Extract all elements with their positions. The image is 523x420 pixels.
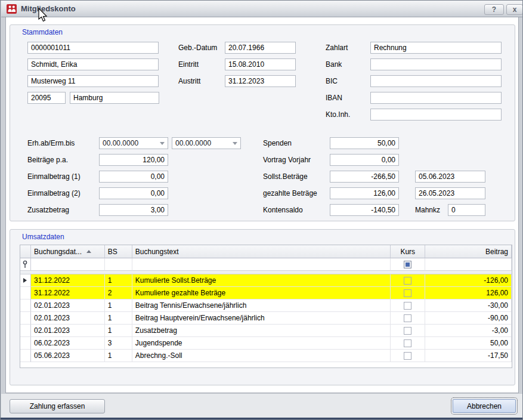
- chevron-down-icon[interactable]: [233, 142, 237, 145]
- cell-beitrag[interactable]: -90,00: [425, 312, 512, 325]
- column-header-bs[interactable]: BS: [105, 245, 132, 258]
- gezahlt-datum-field[interactable]: 26.05.2023: [415, 187, 485, 199]
- filter-text-cell[interactable]: [132, 258, 391, 271]
- cell-bs[interactable]: 1: [105, 299, 132, 312]
- cell-beitrag[interactable]: 126,00: [425, 287, 512, 299]
- kurs-checkbox[interactable]: [404, 352, 411, 360]
- cell-kurs[interactable]: [391, 312, 425, 325]
- mahnkz-field[interactable]: 0: [448, 204, 485, 216]
- zip-field[interactable]: 20095: [27, 92, 66, 104]
- cell-bs[interactable]: 1: [105, 325, 132, 337]
- cell-date[interactable]: 05.06.2023: [31, 350, 105, 362]
- zusatzbetrag-field[interactable]: 3,00: [99, 204, 168, 216]
- cell-kurs[interactable]: [391, 325, 425, 337]
- column-header-buchungsdatum[interactable]: Buchungsdat...: [31, 245, 105, 258]
- cell-kurs[interactable]: [391, 287, 425, 299]
- filter-beitrag-cell[interactable]: [425, 258, 512, 271]
- cell-text[interactable]: Beitrag Tennis/Erwachsene/jährlich: [132, 299, 391, 312]
- abbrechen-button[interactable]: Abbrechen: [453, 399, 516, 413]
- filter-date-cell[interactable]: [31, 258, 105, 271]
- stammdaten-title: Stammdaten: [22, 28, 63, 36]
- kontensaldo-field[interactable]: -140,50: [330, 204, 399, 216]
- cell-text[interactable]: Zusatzbetrag: [132, 325, 391, 337]
- bic-field[interactable]: [370, 75, 502, 87]
- gezahlte-betraege-field[interactable]: 126,00: [330, 187, 399, 199]
- table-row[interactable]: 02.01.2023 1 Zusatzbetrag -3,00: [20, 325, 512, 337]
- austritt-field[interactable]: 31.12.2023: [225, 75, 296, 87]
- row-indicator: [20, 299, 31, 312]
- close-button[interactable]: x: [506, 4, 523, 15]
- column-header-buchungstext[interactable]: Buchungstext: [132, 245, 391, 258]
- cell-date[interactable]: 02.01.2023: [31, 312, 105, 325]
- cell-date[interactable]: 06.02.2023: [31, 337, 105, 350]
- kurs-checkbox[interactable]: [404, 289, 411, 297]
- city-field[interactable]: Hamburg: [70, 92, 159, 104]
- bank-field[interactable]: [370, 58, 502, 70]
- iban-field[interactable]: [370, 92, 502, 104]
- cell-bs[interactable]: 1: [105, 350, 132, 362]
- cell-bs[interactable]: 1: [105, 274, 132, 287]
- erh-ab-dropdown[interactable]: 00.00.0000: [99, 137, 168, 149]
- table-row[interactable]: 31.12.2022 2 Kumulierte gezahlte Beträge…: [20, 287, 512, 299]
- cell-kurs[interactable]: [391, 350, 425, 362]
- erm-bis-dropdown[interactable]: 00.00.0000: [172, 137, 241, 149]
- einmalbetrag2-label: Einmalbetrag (2): [27, 189, 81, 197]
- kto-inh-field[interactable]: [370, 109, 502, 121]
- vortrag-vorjahr-field[interactable]: 0,00: [330, 154, 399, 166]
- cell-date[interactable]: 02.01.2023: [31, 299, 105, 312]
- kurs-checkbox[interactable]: [404, 339, 411, 347]
- kurs-checkbox[interactable]: [404, 302, 411, 310]
- cell-bs[interactable]: 2: [105, 287, 132, 299]
- cell-kurs[interactable]: [391, 299, 425, 312]
- table-row[interactable]: 06.02.2023 3 Jugendspende 50,00: [20, 337, 512, 350]
- beitraege-pa-field[interactable]: 120,00: [99, 154, 168, 166]
- spenden-field[interactable]: 50,00: [330, 137, 399, 149]
- column-header-kurs[interactable]: Kurs: [391, 245, 425, 258]
- einmalbetrag2-field[interactable]: 0,00: [99, 187, 168, 199]
- cell-bs[interactable]: 1: [105, 312, 132, 325]
- zahlart-field[interactable]: Rechnung: [370, 42, 502, 54]
- filter-checkbox[interactable]: [404, 261, 411, 268]
- cell-beitrag[interactable]: -17,50: [425, 350, 512, 362]
- cell-text[interactable]: Kumulierte gezahlte Beträge: [132, 287, 391, 299]
- eintritt-field[interactable]: 15.08.2010: [225, 58, 296, 70]
- member-id-field[interactable]: 0000001011: [27, 42, 159, 54]
- table-row[interactable]: 02.01.2023 1 Beitrag Hauptverein/Erwachs…: [20, 312, 512, 325]
- filter-bs-cell[interactable]: [105, 258, 132, 271]
- kurs-checkbox[interactable]: [404, 314, 411, 322]
- cell-beitrag[interactable]: -30,00: [425, 299, 512, 312]
- chevron-down-icon[interactable]: [160, 142, 165, 145]
- cell-text[interactable]: Kumulierte Sollst.Beträge: [132, 274, 391, 287]
- table-row[interactable]: 31.12.2022 1 Kumulierte Sollst.Beträge -…: [20, 274, 512, 287]
- table-row[interactable]: 02.01.2023 1 Beitrag Tennis/Erwachsene/j…: [20, 299, 512, 312]
- cell-kurs[interactable]: [391, 337, 425, 350]
- cell-kurs[interactable]: [391, 274, 425, 287]
- cell-text[interactable]: Abrechng.-Soll: [132, 350, 391, 362]
- cell-beitrag[interactable]: -126,00: [425, 274, 512, 287]
- cell-date[interactable]: 31.12.2022: [31, 287, 105, 299]
- street-field[interactable]: Musterweg 11: [27, 75, 159, 87]
- table-row[interactable]: 05.06.2023 1 Abrechng.-Soll -17,50: [20, 350, 512, 362]
- cell-text[interactable]: Beitrag Hauptverein/Erwachsene/jährlich: [132, 312, 391, 325]
- cell-beitrag[interactable]: -3,00: [425, 325, 512, 337]
- filter-kurs-cell[interactable]: [391, 258, 425, 271]
- grid-filter-row[interactable]: [20, 258, 512, 271]
- help-button[interactable]: ?: [484, 4, 504, 15]
- einmalbetrag1-field[interactable]: 0,00: [99, 171, 168, 183]
- cell-bs[interactable]: 3: [105, 337, 132, 350]
- cell-text[interactable]: Jugendspende: [132, 337, 391, 350]
- column-header-beitrag[interactable]: Beitrag: [425, 245, 512, 258]
- kurs-checkbox[interactable]: [404, 277, 411, 285]
- sollst-betraege-field[interactable]: -266,50: [330, 171, 399, 183]
- zahlung-erfassen-button[interactable]: Zahlung erfassen: [10, 399, 105, 413]
- kurs-checkbox[interactable]: [404, 327, 411, 335]
- cell-date[interactable]: 02.01.2023: [31, 325, 105, 337]
- cell-beitrag[interactable]: 50,00: [425, 337, 512, 350]
- geb-datum-field[interactable]: 20.07.1966: [225, 42, 296, 54]
- row-indicator: [20, 287, 31, 299]
- name-field[interactable]: Schmidt, Erika: [27, 58, 159, 70]
- beitraege-pa-label: Beiträge p.a.: [27, 156, 68, 164]
- cell-date[interactable]: 31.12.2022: [31, 274, 105, 287]
- sollst-datum-field[interactable]: 05.06.2023: [415, 171, 485, 183]
- titlebar[interactable]: Mitgliedskonto ? x: [1, 1, 523, 17]
